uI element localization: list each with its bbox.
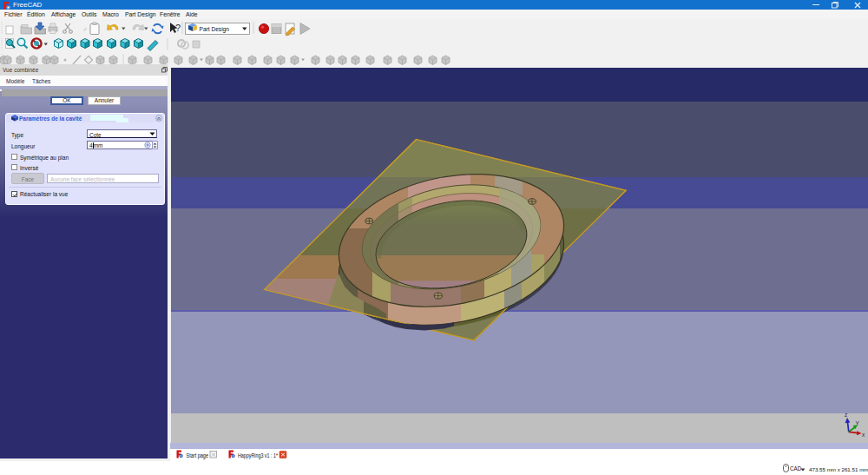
svg-text:HappyRing3 v1 : 1*: HappyRing3 v1 : 1* [238,452,278,459]
svg-text:Part Design: Part Design [200,26,230,33]
svg-text:?: ? [175,23,181,33]
svg-text:z: z [845,412,847,418]
svg-text:Y: Y [856,420,860,426]
svg-text:Start page: Start page [187,452,209,459]
